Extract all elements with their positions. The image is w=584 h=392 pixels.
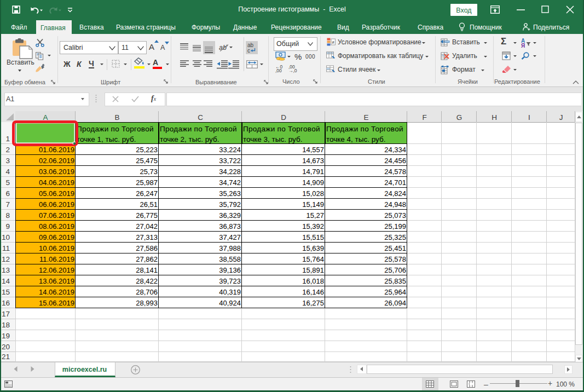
svg-text:c: c [247, 48, 250, 54]
svg-text:ab: ab [219, 44, 227, 51]
svg-text:≠: ≠ [332, 40, 335, 45]
svg-text:→,0: →,0 [288, 68, 297, 73]
svg-text:Я: Я [521, 43, 525, 49]
svg-text:,00: ,00 [275, 68, 282, 73]
